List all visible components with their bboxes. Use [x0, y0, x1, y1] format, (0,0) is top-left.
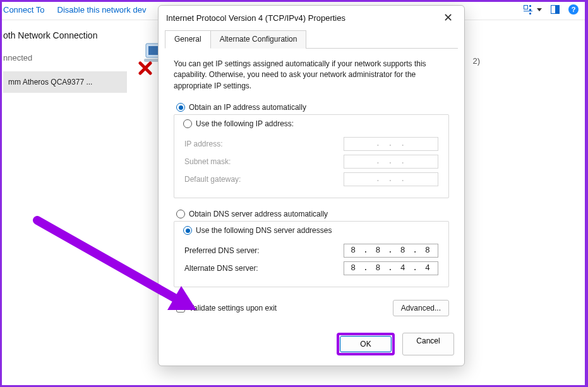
radio-dns-manual-label[interactable]: Use the following DNS server addresses [196, 226, 332, 235]
close-icon[interactable]: ✕ [440, 12, 457, 23]
preferred-dns-label: Preferred DNS server: [184, 246, 260, 255]
subnet-mask-field: . . . [344, 155, 438, 169]
toolbar-disable-device[interactable]: Disable this network dev [57, 5, 147, 15]
toolbar-connect-to[interactable]: Connect To [3, 5, 45, 15]
annotation-highlight: OK [337, 333, 395, 355]
dropdown-arrow-icon[interactable] [537, 8, 542, 11]
adapter-item[interactable]: mm Atheros QCA9377 ... [3, 71, 127, 93]
ip-group: Use the following IP address: IP address… [174, 114, 449, 198]
radio-dns-auto[interactable]: Obtain DNS server address automatically [176, 210, 449, 218]
dialog-title: Internet Protocol Version 4 (TCP/IPv4) P… [166, 13, 345, 23]
dns-group: Use the following DNS server addresses P… [174, 221, 449, 287]
alternate-dns-field[interactable]: 8 . 8 . 4 . 4 [344, 261, 438, 275]
subnet-mask-label: Subnet mask: [184, 157, 231, 166]
radio-ip-auto[interactable]: Obtain an IP address automatically [176, 103, 449, 112]
intro-text: You can get IP settings assigned automat… [174, 59, 449, 92]
advanced-button[interactable]: Advanced... [393, 300, 449, 316]
alternate-dns-label: Alternate DNS server: [184, 264, 258, 273]
radio-label: Obtain DNS server address automatically [189, 210, 328, 218]
radio-icon[interactable] [183, 119, 192, 128]
default-gateway-field: . . . [344, 172, 438, 186]
view-options-icon[interactable] [524, 5, 533, 15]
tab-strip: General Alternate Configuration [165, 30, 458, 49]
preferred-dns-field[interactable]: 8 . 8 . 8 . 8 [344, 244, 438, 258]
tab-alternate-configuration[interactable]: Alternate Configuration [210, 30, 307, 49]
error-x-icon [138, 61, 152, 75]
dialog-titlebar: Internet Protocol Version 4 (TCP/IPv4) P… [159, 6, 464, 27]
help-icon[interactable]: ? [568, 4, 579, 15]
dialog-footer: OK Cancel [159, 326, 464, 366]
default-gateway-label: Default gateway: [184, 175, 241, 184]
ipv4-properties-dialog: Internet Protocol Version 4 (TCP/IPv4) P… [158, 5, 465, 366]
radio-icon [176, 103, 185, 112]
radio-icon [176, 210, 185, 218]
cancel-button[interactable]: Cancel [402, 333, 454, 355]
ip-address-field: . . . [344, 137, 438, 151]
radio-ip-manual-label[interactable]: Use the following IP address: [196, 119, 294, 128]
checkbox-icon [176, 304, 185, 313]
radio-label: Obtain an IP address automatically [189, 103, 306, 112]
validate-settings-checkbox[interactable]: Validate settings upon exit [176, 304, 277, 313]
item-count-suffix: 2) [472, 56, 480, 66]
tab-general[interactable]: General [165, 30, 211, 49]
preview-pane-icon[interactable] [551, 5, 560, 14]
radio-icon[interactable] [183, 226, 192, 235]
ok-button[interactable]: OK [340, 336, 392, 352]
checkbox-label: Validate settings upon exit [189, 304, 277, 313]
ip-address-label: IP address: [184, 140, 222, 148]
